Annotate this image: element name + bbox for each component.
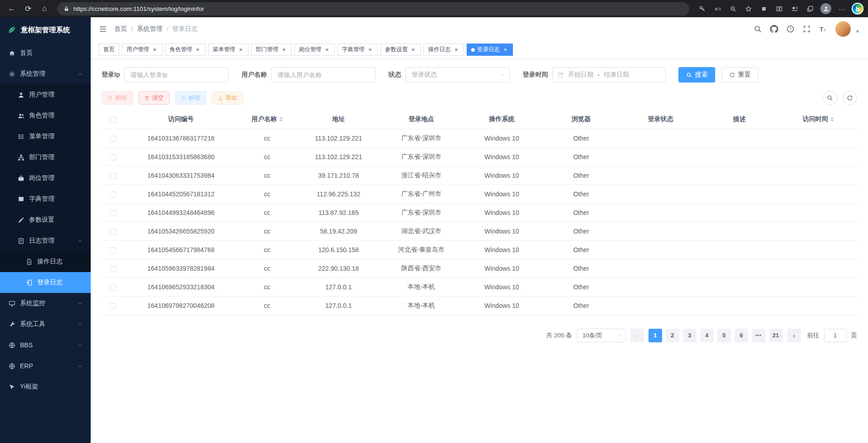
browser-profile-avatar[interactable] [820,3,831,14]
sidebar-item-dict-management[interactable]: 字典管理 [0,189,91,209]
search-button[interactable]: 搜索 [678,67,715,83]
sidebar-item-param-settings[interactable]: 参数设置 [0,209,91,230]
user-name-input[interactable] [271,67,375,83]
tab-param-settings[interactable]: 参数设置× [380,44,421,56]
search-icon[interactable] [754,25,762,33]
delete-button[interactable]: 删除 [102,91,133,105]
col-user-name[interactable]: 用户名称 [238,110,297,129]
collections-icon[interactable] [803,2,817,15]
tab-role-management[interactable]: 角色管理× [165,44,205,56]
tab-post-management[interactable]: 岗位管理× [294,44,335,56]
sidebar-item-post-management[interactable]: 岗位管理 [0,168,91,189]
row-checkbox[interactable] [110,191,116,198]
avatar-caret-icon[interactable]: ▼ [855,29,860,37]
select-all-checkbox[interactable] [110,117,116,123]
copilot-icon[interactable]: b [852,3,863,15]
tab-login-log[interactable]: 登录日志× [467,44,513,56]
login-time-range-picker[interactable]: 开始日期 - 结束日期 [552,67,666,83]
sidebar-item-menu-management[interactable]: 菜单管理 [0,126,91,147]
tab-operation-log[interactable]: 操作日志× [424,44,464,56]
read-aloud-icon[interactable]: A [710,2,725,15]
tab-close-icon[interactable]: × [281,47,287,53]
sidebar-item-login-log[interactable]: 登录日志 [0,272,91,293]
page-button-4[interactable]: 4 [700,329,714,342]
row-checkbox[interactable] [110,247,116,253]
browser-home-button[interactable]: ⌂ [37,2,52,15]
prev-page-button[interactable]: ‹ [630,329,644,342]
reset-button[interactable]: 重置 [722,67,758,83]
url-bar[interactable]: https://ccnetcore.com:1101/system/log/lo… [57,2,689,15]
show-search-toggle-button[interactable] [823,91,837,105]
sidebar-item-erp[interactable]: ERP [0,355,91,376]
favorites-icon[interactable] [741,2,756,15]
collapse-sidebar-icon[interactable] [99,25,107,33]
tab-close-icon[interactable]: × [195,47,201,53]
tab-close-icon[interactable]: × [453,47,459,53]
col-access-time[interactable]: 访问时间 [779,110,858,129]
lock-icon[interactable] [63,6,69,12]
app-logo[interactable]: 意框架管理系统 [0,17,91,43]
login-ip-input[interactable] [124,67,229,83]
browser-essentials-icon[interactable] [756,2,771,15]
page-button-1[interactable]: 1 [649,329,662,342]
sidebar-item-bbs[interactable]: BBS [0,335,91,355]
tab-dict-management[interactable]: 字典管理× [337,44,378,56]
split-screen-icon[interactable] [772,2,786,15]
page-button-21[interactable]: 21 [769,329,783,342]
tab-dept-management[interactable]: 部门管理× [251,44,292,56]
sidebar-item-log-management[interactable]: 日志管理 [0,230,91,251]
tab-menu-management[interactable]: 菜单管理× [208,44,249,56]
row-checkbox[interactable] [110,210,116,216]
page-ellipsis[interactable]: ••• [752,329,766,342]
key-icon[interactable] [695,2,709,15]
help-icon[interactable]: ? [786,25,795,33]
url-text[interactable]: https://ccnetcore.com:1101/system/log/lo… [73,5,204,12]
next-page-button[interactable]: › [787,329,801,342]
sidebar-item-role-management[interactable]: 角色管理 [0,105,91,126]
refresh-table-button[interactable] [843,91,857,105]
row-checkbox[interactable] [110,303,116,309]
tab-close-icon[interactable]: × [502,47,508,53]
refresh-page-button[interactable]: ⟳ [21,2,35,15]
page-button-3[interactable]: 3 [683,329,697,342]
back-button[interactable]: ← [5,2,19,15]
breadcrumb-home[interactable]: 首页 [114,25,127,33]
fullscreen-icon[interactable] [803,25,811,33]
sidebar-item-user-management[interactable]: 用户管理 [0,84,91,105]
unlock-button[interactable]: 解锁 [175,91,206,105]
tab-close-icon[interactable]: × [151,47,158,53]
status-select[interactable]: 登录状态 [405,67,510,83]
row-checkbox[interactable] [110,136,116,142]
sort-icon[interactable] [830,115,834,123]
tab-close-icon[interactable]: × [410,47,416,53]
sidebar-item-operation-log[interactable]: 操作日志 [0,251,91,272]
tab-close-icon[interactable]: × [238,47,244,53]
sidebar-item-yi-framework[interactable]: Yi框架 [0,376,91,397]
row-checkbox[interactable] [110,229,116,235]
zoom-out-icon[interactable] [726,2,740,15]
page-button-5[interactable]: 5 [717,329,731,342]
page-button-2[interactable]: 2 [666,329,679,342]
sidebar-item-system-monitor[interactable]: 系统监控 [0,293,91,314]
page-size-select[interactable]: 10条/页 [577,329,626,342]
favorites-list-icon[interactable] [787,2,802,15]
row-checkbox[interactable] [110,284,116,291]
sidebar-item-system-management[interactable]: 系统管理 [0,63,91,84]
user-avatar[interactable] [835,21,851,37]
export-button[interactable]: 导出 [212,91,243,105]
tab-close-icon[interactable]: × [324,47,330,53]
tab-user-management[interactable]: 用户管理× [122,44,162,56]
tab-home[interactable]: 首页 [99,44,119,56]
sidebar-item-system-tools[interactable]: 系统工具 [0,314,91,335]
row-checkbox[interactable] [110,154,116,161]
font-size-icon[interactable]: TT [819,25,827,33]
breadcrumb-system-management[interactable]: 系统管理 [137,25,162,33]
sort-icon[interactable] [279,115,283,123]
row-checkbox[interactable] [110,173,116,179]
github-icon[interactable] [770,25,778,33]
tab-close-icon[interactable]: × [367,47,373,53]
goto-page-input[interactable] [824,329,847,342]
page-button-6[interactable]: 6 [735,329,748,342]
clear-button[interactable]: 清空 [138,91,170,105]
sidebar-item-dept-management[interactable]: 部门管理 [0,147,91,168]
